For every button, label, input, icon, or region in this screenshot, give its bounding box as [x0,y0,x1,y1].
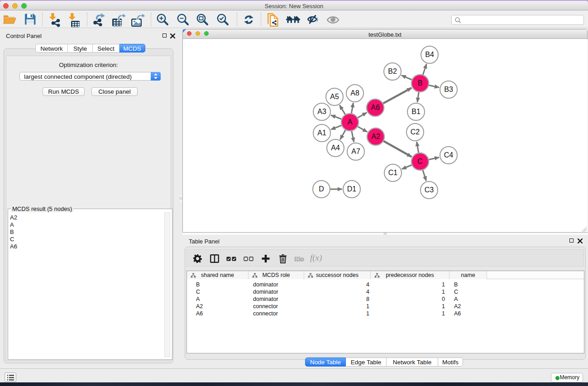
svg-text:B: B [418,79,423,87]
svg-text:A4: A4 [331,144,340,152]
svg-text:D: D [319,185,324,193]
svg-text:C1: C1 [388,169,398,176]
svg-text:B2: B2 [388,67,397,75]
svg-text:A1: A1 [317,129,326,137]
svg-text:D1: D1 [347,185,357,193]
svg-text:A8: A8 [350,89,359,97]
svg-text:B4: B4 [425,51,434,58]
svg-text:C: C [417,157,423,165]
svg-text:C3: C3 [425,186,434,194]
svg-text:A6: A6 [371,104,380,111]
svg-text:B3: B3 [444,86,453,93]
svg-text:B1: B1 [411,108,421,115]
svg-text:A: A [348,118,353,126]
svg-text:A5: A5 [330,93,339,100]
svg-text:A2: A2 [371,133,380,140]
svg-text:A3: A3 [317,108,326,115]
svg-text:C4: C4 [444,151,454,159]
svg-text:A7: A7 [351,148,360,155]
svg-text:C2: C2 [411,128,420,136]
